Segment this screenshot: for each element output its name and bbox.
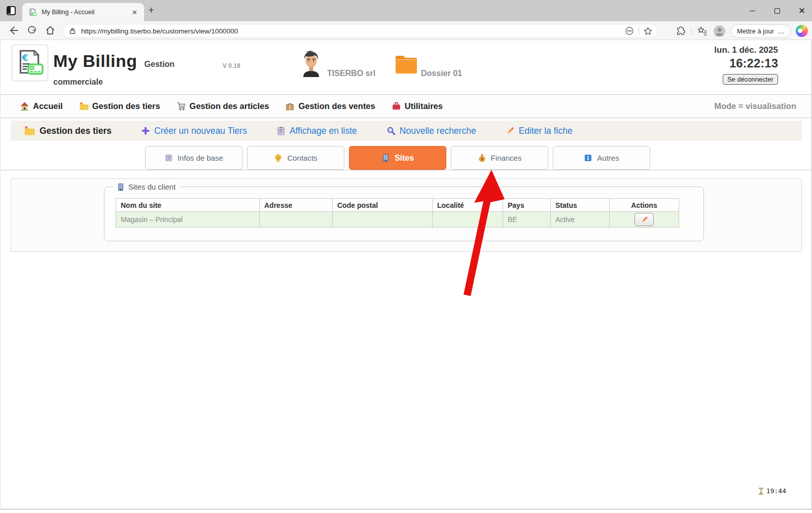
mode-indicator: Mode = visualisation — [714, 101, 796, 111]
url-text[interactable]: https://mybilling.tiserbo.be/customers/v… — [81, 27, 624, 35]
sites-table: Nom du site Adresse Code postal Localité… — [116, 198, 679, 228]
page-title: My Billing — [53, 51, 137, 70]
timer-value: 19:44 — [766, 487, 786, 495]
new-search-link[interactable]: Nouvelle recherche — [386, 126, 476, 136]
extensions-icon[interactable] — [676, 26, 686, 36]
tab-autres[interactable]: Autres — [553, 146, 650, 170]
edit-record-link[interactable]: Editer la fiche — [506, 126, 573, 136]
col-status: Status — [551, 199, 610, 212]
subnav-title: Gestion des tiers — [24, 125, 112, 136]
client-tabs: Infos de base Contacts Sites $ Finances … — [145, 146, 650, 170]
cell-code-postal — [333, 212, 433, 228]
address-bar[interactable]: https://mybilling.tiserbo.be/customers/v… — [62, 24, 658, 38]
red-arrow-annotation — [452, 166, 513, 303]
page-body: € My BillingGestion commerciale V 0.19 T… — [0, 40, 812, 509]
window-maximize-icon[interactable] — [772, 6, 782, 16]
timer-overlay: 19:44 — [758, 487, 786, 495]
cell-nom: Magasin – Principal — [116, 212, 260, 228]
table-header-row: Nom du site Adresse Code postal Localité… — [116, 199, 679, 212]
app-subtitle-line2: commerciale — [53, 78, 103, 87]
cell-actions — [610, 212, 679, 228]
col-nom-du-site: Nom du site — [116, 199, 260, 212]
tab-infos-de-base[interactable]: Infos de base — [145, 146, 242, 170]
back-icon[interactable] — [8, 25, 19, 36]
sites-fieldset: Sites du client Nom du site Adresse Code… — [104, 182, 704, 241]
edit-site-button[interactable] — [634, 213, 654, 226]
window-minimize-icon[interactable] — [747, 6, 757, 16]
app-subtitle: Gestion — [145, 60, 175, 68]
window-close-icon[interactable]: ✕ — [797, 6, 807, 16]
create-tiers-link[interactable]: Créer un nouveau Tiers — [141, 126, 247, 136]
info-icon — [584, 154, 592, 162]
profile-icon[interactable] — [713, 25, 726, 38]
more-options-icon[interactable]: … — [778, 27, 785, 35]
collections-icon[interactable] — [697, 25, 708, 36]
clipboard-icon — [276, 126, 286, 135]
tab-activities-icon[interactable] — [7, 6, 16, 15]
table-row: Magasin – Principal BE Active — [116, 212, 679, 228]
new-tab-icon[interactable]: + — [148, 4, 154, 16]
current-time: 16:22:13 — [714, 56, 778, 70]
sites-legend: Sites du client — [113, 182, 180, 191]
hourglass-icon — [758, 488, 764, 495]
version-label: V 0.19 — [223, 62, 240, 69]
tab-sites[interactable]: Sites — [349, 146, 446, 170]
folder-icon — [79, 101, 89, 111]
sub-nav: Gestion des tiers Créer un nouveau Tiers… — [11, 121, 802, 141]
user-avatar — [299, 48, 323, 79]
tabs-divider — [1, 170, 811, 170]
house-icon — [20, 101, 29, 111]
folder-icon — [24, 125, 35, 136]
moneybag-icon: $ — [478, 154, 486, 162]
col-adresse: Adresse — [260, 199, 333, 212]
cell-adresse — [260, 212, 333, 228]
cell-status: Active — [551, 212, 610, 228]
refresh-icon[interactable] — [26, 25, 38, 36]
scroll-icon — [164, 154, 173, 162]
browser-tab[interactable]: € My Billing - Accueil ✕ — [22, 3, 144, 21]
home-icon[interactable] — [45, 25, 56, 36]
building-icon — [381, 154, 390, 162]
list-view-link[interactable]: Affichage en liste — [276, 126, 357, 136]
cart-icon — [176, 101, 186, 111]
update-browser-button[interactable]: Mettre à jour … — [731, 24, 791, 38]
page-options-icon[interactable] — [624, 26, 634, 36]
building-icon — [117, 183, 125, 191]
nav-item-gestion-des-articles[interactable]: Gestion des articles — [176, 101, 269, 111]
invoice-logo-icon: € — [15, 48, 45, 78]
browser-toolbar: https://mybilling.tiserbo.be/customers/v… — [0, 21, 812, 40]
svg-text:€: € — [21, 53, 28, 63]
person-icon — [274, 154, 283, 162]
nav-item-gestion-des-ventes[interactable]: Gestion des ventes — [285, 101, 375, 111]
company-name: TISERBO srl — [327, 69, 375, 78]
favorite-star-icon[interactable] — [643, 26, 653, 36]
favicon-logo-icon: € — [28, 8, 37, 17]
copilot-icon[interactable] — [796, 25, 808, 37]
lock-icon[interactable] — [68, 27, 77, 35]
app-logo: € — [12, 45, 48, 81]
nav-item-utilitaires[interactable]: Utilitaires — [392, 101, 443, 111]
svg-text:€: € — [30, 9, 32, 12]
package-icon — [285, 101, 295, 111]
current-date: lun. 1 déc. 2025 — [714, 45, 778, 55]
logout-button[interactable]: Se déconnecter — [723, 74, 778, 85]
svg-text:$: $ — [481, 157, 483, 161]
browser-tab-strip: € My Billing - Accueil ✕ + ✕ — [0, 0, 812, 21]
col-code-postal: Code postal — [333, 199, 433, 212]
pencil-icon — [506, 126, 515, 135]
dossier-label: Dossier 01 — [421, 69, 462, 78]
search-icon — [386, 126, 396, 135]
tab-close-icon[interactable]: ✕ — [130, 9, 139, 16]
main-nav: Accueil Gestion des tiers Gestion des ar… — [1, 94, 811, 118]
plus-icon — [141, 126, 150, 135]
pencil-icon — [641, 216, 648, 224]
nav-item-accueil[interactable]: Accueil — [20, 101, 63, 111]
tab-contacts[interactable]: Contacts — [247, 146, 344, 170]
col-actions: Actions — [610, 199, 679, 212]
briefcase-icon — [392, 101, 401, 111]
nav-item-gestion-des-tiers[interactable]: Gestion des tiers — [79, 101, 160, 111]
dossier-folder-icon — [394, 54, 418, 77]
tab-title: My Billing - Accueil — [42, 9, 130, 16]
